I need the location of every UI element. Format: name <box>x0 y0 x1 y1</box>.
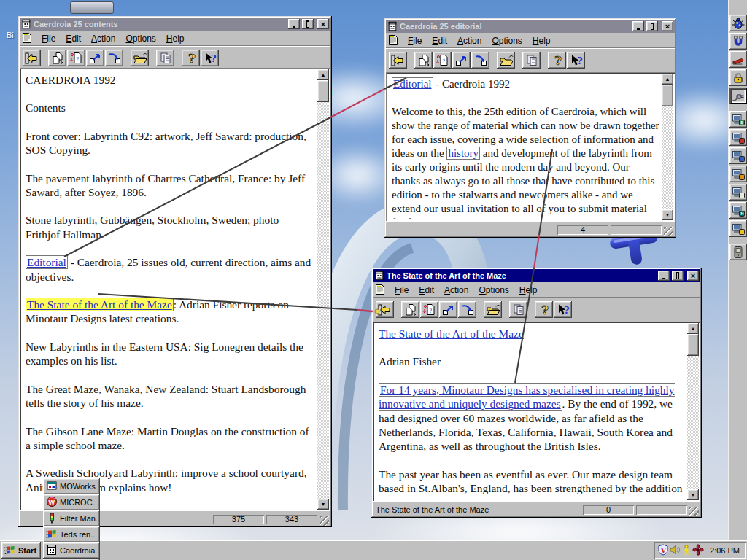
handheld-icon[interactable] <box>729 244 747 260</box>
scroll-thumb[interactable] <box>662 85 673 106</box>
link-return-button[interactable] <box>105 50 123 66</box>
scroll-thumb[interactable] <box>317 80 329 102</box>
open-folder-button[interactable] <box>497 52 515 69</box>
minimize-button[interactable] <box>632 21 644 31</box>
menu-item-action[interactable]: Action <box>452 35 487 47</box>
link-forward-button[interactable] <box>86 50 104 66</box>
taskbar-button-moworks[interactable]: MOWorks <box>43 478 100 494</box>
computer-gold-icon[interactable] <box>729 220 747 237</box>
computer-browser-icon[interactable]: N <box>729 202 747 219</box>
menu-item-action[interactable]: Action <box>439 284 473 296</box>
desktop-icon-label[interactable]: Bi <box>7 31 14 39</box>
close-button[interactable]: × <box>317 19 329 29</box>
copy-pages-button[interactable] <box>156 50 174 66</box>
vertical-scrollbar[interactable]: ▲ ▼ <box>317 69 329 510</box>
guide-page-icon[interactable] <box>374 284 387 295</box>
menu-item-help[interactable]: Help <box>527 35 556 47</box>
resize-grip[interactable] <box>320 516 329 526</box>
replace-document-button[interactable]: ? <box>420 301 438 318</box>
resize-grip[interactable] <box>689 507 699 516</box>
antivirus-shield-icon[interactable]: V <box>657 548 669 557</box>
open-folder-button[interactable] <box>484 301 502 318</box>
back-button[interactable] <box>23 50 41 66</box>
plug-icon[interactable] <box>729 88 747 104</box>
copy-pages-button[interactable] <box>522 52 541 69</box>
link-return-button[interactable] <box>471 52 489 69</box>
copy-document-button[interactable] <box>414 52 433 69</box>
link-forward-button[interactable] <box>439 301 457 318</box>
computer-mail-icon[interactable] <box>729 184 747 201</box>
context-help-button[interactable]: ? <box>567 52 585 69</box>
maximize-button[interactable] <box>302 19 314 29</box>
context-help-button[interactable]: ? <box>201 50 219 66</box>
guide-page-icon[interactable] <box>21 32 34 44</box>
scroll-up-button[interactable]: ▲ <box>687 323 699 334</box>
close-button[interactable]: × <box>662 21 673 31</box>
back-button[interactable] <box>389 52 407 69</box>
title-bar[interactable]: Caerdroia 25 contents × <box>20 18 330 31</box>
clock[interactable]: 2:06 PM <box>710 546 740 555</box>
magnet-icon[interactable] <box>729 33 747 50</box>
taskbar-button-filter-man[interactable]: Filter Man... <box>43 510 100 526</box>
menu-item-options[interactable]: Options <box>487 35 527 47</box>
resize-grip[interactable] <box>664 227 673 236</box>
menu-item-file[interactable]: File <box>36 33 61 44</box>
scroll-down-button[interactable]: ▼ <box>662 209 673 220</box>
open-folder-button[interactable] <box>131 50 149 66</box>
stapler-icon[interactable] <box>729 51 747 68</box>
scroll-up-button[interactable]: ▲ <box>662 74 673 85</box>
link-forward-button[interactable] <box>452 52 471 69</box>
taskbar-button-teds-ren[interactable]: Teds ren... <box>43 526 100 542</box>
context-help-button[interactable]: ? <box>554 301 572 318</box>
scroll-up-button[interactable]: ▲ <box>317 69 329 80</box>
menu-item-help[interactable]: Help <box>161 33 190 44</box>
minimize-button[interactable] <box>658 271 670 281</box>
taskbar-button-caerdroia[interactable]: Caerdroia... <box>43 542 100 559</box>
bug-icon[interactable] <box>729 15 747 31</box>
computer-dollar-icon[interactable]: $ <box>729 111 747 128</box>
computer-photo-icon[interactable] <box>729 166 747 182</box>
help-button[interactable]: ? <box>535 301 553 318</box>
computer-disk-icon[interactable] <box>729 147 747 164</box>
taskbar-button-microc[interactable]: WMICROC... <box>43 494 100 510</box>
menu-item-edit[interactable]: Edit <box>414 284 439 296</box>
title-bar[interactable]: The State of the Art of the Maze × <box>373 269 700 282</box>
replace-document-button[interactable]: ? <box>67 50 85 66</box>
virus-flower-icon[interactable] <box>692 548 704 557</box>
help-button[interactable]: ? <box>182 50 200 66</box>
copy-document-button[interactable] <box>401 301 419 318</box>
vertical-scrollbar[interactable]: ▲ ▼ <box>662 74 673 220</box>
copy-pages-button[interactable] <box>509 301 527 318</box>
menu-item-options[interactable]: Options <box>120 33 160 44</box>
title-bar[interactable]: Caerdroia 25 editorial × <box>386 20 675 33</box>
scroll-thumb[interactable] <box>687 334 699 356</box>
copy-document-button[interactable] <box>48 50 66 66</box>
desktop-icon-partial[interactable] <box>70 1 114 14</box>
maximize-button[interactable] <box>646 21 658 31</box>
menu-item-edit[interactable]: Edit <box>61 33 86 44</box>
hyperlink[interactable]: Editorial <box>26 255 68 269</box>
menu-item-file[interactable]: File <box>403 35 427 47</box>
menu-item-edit[interactable]: Edit <box>427 35 452 47</box>
hyperlink[interactable]: history <box>446 147 480 160</box>
volume-icon[interactable] <box>669 548 681 557</box>
replace-document-button[interactable]: ? <box>433 52 452 69</box>
hyperlink[interactable]: The State of the Art of the Maze <box>379 327 524 340</box>
maximize-button[interactable] <box>672 271 684 281</box>
person-icon[interactable] <box>681 548 692 557</box>
help-button[interactable]: ? <box>548 52 566 69</box>
vertical-scrollbar[interactable]: ▲ ▼ <box>687 323 699 500</box>
scroll-down-button[interactable]: ▼ <box>317 499 329 510</box>
computer-print-icon[interactable] <box>729 129 747 146</box>
menu-item-file[interactable]: File <box>390 284 414 296</box>
hyperlink[interactable]: Editorial <box>392 77 433 90</box>
start-button[interactable]: Start <box>1 542 41 559</box>
guide-page-icon[interactable] <box>387 34 400 46</box>
scroll-down-button[interactable]: ▼ <box>687 489 699 500</box>
menu-item-action[interactable]: Action <box>86 33 120 44</box>
back-button[interactable] <box>376 301 394 318</box>
minimize-button[interactable] <box>288 19 300 29</box>
menu-item-help[interactable]: Help <box>514 284 543 296</box>
link-return-button[interactable] <box>458 301 476 318</box>
hyperlink[interactable]: The State of the Art of the Maze <box>26 298 174 311</box>
